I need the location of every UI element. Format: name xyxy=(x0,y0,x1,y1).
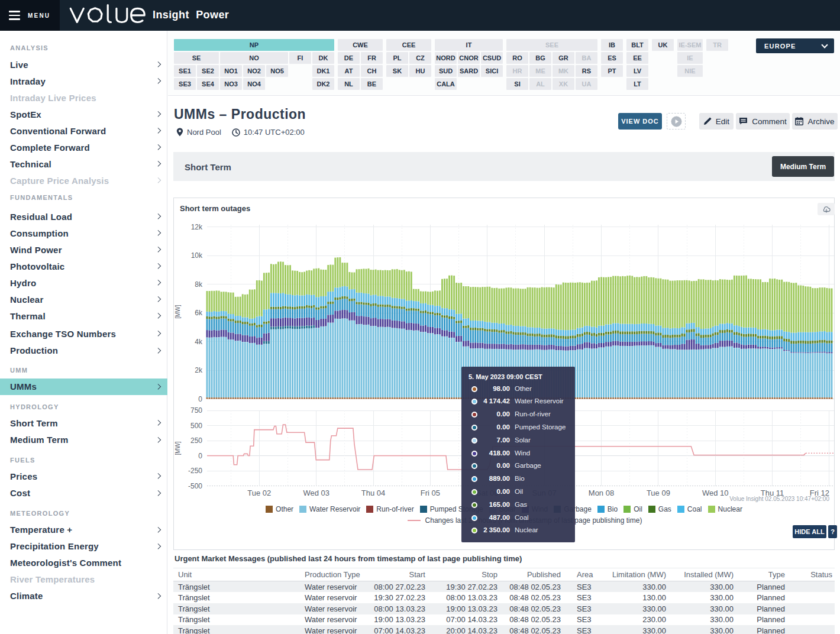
region-header-it[interactable]: IT xyxy=(435,39,503,51)
menu-button[interactable]: MENU xyxy=(0,0,60,31)
umm-table-row[interactable]: TrängsletWater reservoir07:00 14.03.2320… xyxy=(173,625,835,634)
region-cell-no4[interactable]: NO4 xyxy=(243,78,265,90)
comment-button[interactable]: Comment xyxy=(736,113,790,130)
region-cell-no[interactable]: NO xyxy=(220,52,288,64)
edit-button[interactable]: Edit xyxy=(699,113,734,130)
region-cell-nord[interactable]: NORD xyxy=(435,52,457,64)
legend-item-water-reservoir[interactable]: Water Reservoir xyxy=(299,505,360,513)
sidebar-item-short-term[interactable]: Short Term xyxy=(0,415,167,431)
region-cell-no5[interactable]: NO5 xyxy=(266,65,288,77)
region-cell-no2[interactable]: NO2 xyxy=(243,65,265,77)
sidebar-item-climate[interactable]: Climate xyxy=(0,588,167,604)
sidebar-item-temperature[interactable]: Temperature + xyxy=(0,522,167,538)
umm-table-row[interactable]: TrängsletWater reservoir08:00 27.02.2319… xyxy=(173,581,835,593)
region-cell-pl[interactable]: PL xyxy=(386,52,408,64)
region-cell-rs[interactable]: RS xyxy=(576,65,597,77)
volue-logo[interactable] xyxy=(69,4,153,31)
region-cell-ee[interactable]: EE xyxy=(626,52,648,64)
region-cell-fr[interactable]: FR xyxy=(361,52,383,64)
region-cell-se1[interactable]: SE1 xyxy=(174,65,196,77)
umm-table-row[interactable]: TrängsletWater reservoir08:00 13.03.2319… xyxy=(173,603,835,614)
sidebar-item-consumption[interactable]: Consumption xyxy=(0,225,167,241)
region-header-ib[interactable]: IB xyxy=(601,39,623,51)
region-cell-be[interactable]: BE xyxy=(361,78,383,90)
region-cell-al[interactable]: AL xyxy=(529,78,551,90)
region-cell-cnor[interactable]: CNOR xyxy=(458,52,480,64)
region-cell-ro[interactable]: RO xyxy=(506,52,528,64)
region-cell-gr[interactable]: GR xyxy=(553,52,574,64)
hide-all-button[interactable]: HIDE ALL xyxy=(793,525,826,538)
region-header-uk[interactable]: UK xyxy=(652,39,674,51)
sidebar-item-photovoltaic[interactable]: Photovoltaic xyxy=(0,258,167,274)
region-cell-sard[interactable]: SARD xyxy=(458,65,480,77)
region-cell-fi[interactable]: FI xyxy=(289,52,311,64)
region-header-np[interactable]: NP xyxy=(174,39,334,51)
region-cell-sici[interactable]: SICI xyxy=(481,65,503,77)
help-button[interactable]: ? xyxy=(828,525,837,538)
umm-table-row[interactable]: TrängsletWater reservoir19:30 27.02.2308… xyxy=(173,592,835,603)
region-cell-se[interactable]: SE xyxy=(174,52,219,64)
region-cell-ba[interactable]: BA xyxy=(576,52,597,64)
region-header-ie-sem[interactable]: IE-SEM xyxy=(677,39,703,51)
region-cell-csud[interactable]: CSUD xyxy=(481,52,503,64)
sidebar-item-spotex[interactable]: SpotEx xyxy=(0,106,167,122)
region-cell-dk[interactable]: DK xyxy=(312,52,334,64)
sidebar-item-wind-power[interactable]: Wind Power xyxy=(0,241,167,258)
sidebar-item-cost[interactable]: Cost xyxy=(0,485,167,502)
umm-table-row[interactable]: TrängsletWater reservoir19:00 13.03.2307… xyxy=(173,614,835,626)
region-cell-es[interactable]: ES xyxy=(601,52,623,64)
region-cell-cz[interactable]: CZ xyxy=(409,52,431,64)
region-cell-cala[interactable]: CALA xyxy=(435,78,457,90)
region-cell-se2[interactable]: SE2 xyxy=(197,65,219,77)
region-cell-nie[interactable]: NIE xyxy=(677,65,703,77)
region-cell-sud[interactable]: SUD xyxy=(435,65,457,77)
region-cell-mk[interactable]: MK xyxy=(553,65,574,77)
region-cell-se3[interactable]: SE3 xyxy=(174,78,196,90)
sidebar-item-umms[interactable]: UMMs xyxy=(0,379,167,395)
legend-item-nuclear[interactable]: Nuclear xyxy=(708,505,742,513)
sidebar-item-meteorologist-s-comment[interactable]: Meteorologist's Comment xyxy=(0,555,167,571)
region-cell-ch[interactable]: CH xyxy=(361,65,383,77)
region-cell-sk[interactable]: SK xyxy=(386,65,408,77)
region-cell-xk[interactable]: XK xyxy=(553,78,574,90)
sidebar-item-production[interactable]: Production xyxy=(0,342,167,359)
medium-term-button[interactable]: Medium Term xyxy=(772,156,834,177)
legend-item-oil[interactable]: Oil xyxy=(623,505,642,513)
region-cell-pt[interactable]: PT xyxy=(601,65,623,77)
sidebar-item-precipitation-energy[interactable]: Precipitation Energy xyxy=(0,538,167,555)
sidebar-item-thermal[interactable]: Thermal xyxy=(0,308,167,324)
sidebar-item-residual-load[interactable]: Residual Load xyxy=(0,208,167,225)
sidebar-item-hydro[interactable]: Hydro xyxy=(0,274,167,291)
sidebar-item-conventional-forward[interactable]: Conventional Forward xyxy=(0,122,167,139)
region-cell-bg[interactable]: BG xyxy=(529,52,551,64)
sidebar-item-nuclear[interactable]: Nuclear xyxy=(0,291,167,308)
region-cell-dk2[interactable]: DK2 xyxy=(312,78,334,90)
region-cell-at[interactable]: AT xyxy=(338,65,360,77)
region-cell-no1[interactable]: NO1 xyxy=(220,65,242,77)
region-cell-no3[interactable]: NO3 xyxy=(220,78,242,90)
region-cell-lt[interactable]: LT xyxy=(626,78,648,90)
region-cell-lv[interactable]: LV xyxy=(626,65,648,77)
legend-item-other[interactable]: Other xyxy=(266,505,293,513)
region-cell-ie[interactable]: IE xyxy=(677,52,703,64)
region-cell-si[interactable]: SI xyxy=(506,78,528,90)
region-header-see[interactable]: SEE xyxy=(506,39,597,51)
walkthrough-button[interactable] xyxy=(667,113,686,130)
region-header-cee[interactable]: CEE xyxy=(386,39,431,51)
sidebar-item-medium-term[interactable]: Medium Term xyxy=(0,432,167,448)
region-header-tr[interactable]: TR xyxy=(706,39,728,51)
sidebar-item-technical[interactable]: Technical xyxy=(0,156,167,172)
legend-item-run-of-river[interactable]: Run-of-river xyxy=(366,505,413,513)
region-cell-dk1[interactable]: DK1 xyxy=(312,65,334,77)
sidebar-item-complete-forward[interactable]: Complete Forward xyxy=(0,139,167,156)
region-header-blt[interactable]: BLT xyxy=(626,39,648,51)
europe-dropdown[interactable]: EUROPE xyxy=(756,38,834,53)
region-header-cwe[interactable]: CWE xyxy=(338,39,383,51)
sidebar-item-live[interactable]: Live xyxy=(0,56,167,73)
sidebar-item-intraday[interactable]: Intraday xyxy=(0,73,167,89)
legend-item-bio[interactable]: Bio xyxy=(597,505,618,513)
sidebar-item-prices[interactable]: Prices xyxy=(0,468,167,484)
archive-button[interactable]: Archive xyxy=(792,113,838,130)
region-cell-de[interactable]: DE xyxy=(338,52,360,64)
region-cell-ua[interactable]: UA xyxy=(576,78,597,90)
